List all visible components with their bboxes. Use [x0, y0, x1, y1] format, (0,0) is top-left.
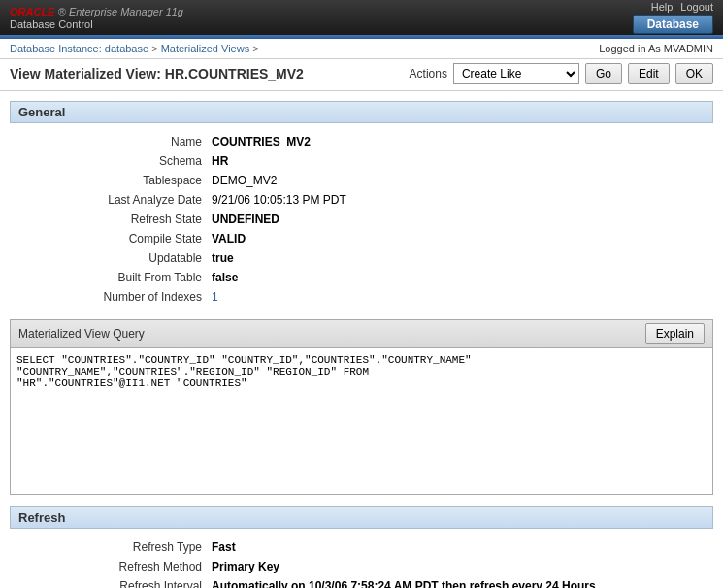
built-from-value: false	[208, 269, 711, 286]
breadcrumb-db-instance[interactable]: Database Instance: database	[10, 43, 148, 54]
schema-row: Schema HR	[12, 152, 711, 170]
actions-bar: Actions Create Like Go Edit OK	[410, 63, 713, 84]
query-header-label: Materialized View Query	[18, 327, 145, 341]
refresh-state-row: Refresh State UNDEFINED	[12, 211, 711, 228]
logo-area: ORACLE ® Enterprise Manager 11g Database…	[10, 5, 183, 30]
refresh-section-header: Refresh	[10, 506, 713, 529]
header-right: Help Logout Database	[633, 1, 713, 34]
query-section: Materialized View Query Explain SELECT "…	[10, 319, 713, 495]
refresh-method-label: Refresh Method	[12, 558, 206, 575]
header: ORACLE ® Enterprise Manager 11g Database…	[0, 0, 723, 35]
actions-label: Actions	[410, 67, 447, 81]
general-section-header: General	[10, 101, 713, 123]
refresh-interval-label: Refresh Interval	[12, 577, 206, 588]
logged-in-text: Logged in As MVADMIN	[599, 43, 713, 54]
general-properties: Name COUNTRIES_MV2 Schema HR Tablespace …	[10, 131, 713, 308]
breadcrumb-bar: Database Instance: database > Materializ…	[0, 39, 723, 59]
refresh-type-label: Refresh Type	[12, 539, 206, 556]
num-indexes-value: 1	[208, 288, 711, 306]
updatable-row: Updatable true	[12, 249, 711, 267]
compile-state-label: Compile State	[12, 230, 206, 247]
refresh-type-value: Fast	[208, 539, 711, 556]
breadcrumb-sep2: >	[252, 43, 258, 54]
actions-select[interactable]: Create Like	[453, 63, 579, 84]
page-title-bar: View Materialized View: HR.COUNTRIES_MV2…	[0, 59, 723, 91]
name-value: COUNTRIES_MV2	[208, 133, 711, 150]
query-textarea[interactable]: SELECT "COUNTRIES"."COUNTRY_ID" "COUNTRY…	[11, 348, 712, 494]
num-indexes-label: Number of Indexes	[12, 288, 206, 306]
last-analyze-label: Last Analyze Date	[12, 191, 206, 209]
tablespace-label: Tablespace	[12, 172, 206, 189]
breadcrumb-sep1: >	[151, 43, 160, 54]
oracle-logo: ORACLE ® Enterprise Manager 11g Database…	[10, 5, 183, 30]
main-content: General Name COUNTRIES_MV2 Schema HR Tab…	[0, 91, 723, 588]
breadcrumb: Database Instance: database > Materializ…	[10, 43, 259, 54]
help-link[interactable]: Help	[651, 1, 674, 13]
refresh-interval-value: Automatically on 10/3/06 7:58:24 AM PDT …	[208, 577, 711, 588]
schema-value: HR	[208, 152, 711, 170]
refresh-state-value: UNDEFINED	[208, 211, 711, 228]
compile-state-value: VALID	[208, 230, 711, 247]
num-indexes-row: Number of Indexes 1	[12, 288, 711, 306]
refresh-properties: Refresh Type Fast Refresh Method Primary…	[10, 537, 713, 588]
edit-button[interactable]: Edit	[628, 63, 670, 84]
database-button[interactable]: Database	[633, 15, 713, 34]
updatable-label: Updatable	[12, 249, 206, 267]
num-indexes-link[interactable]: 1	[212, 290, 218, 304]
built-from-label: Built From Table	[12, 269, 206, 286]
oracle-text: ORACLE	[10, 6, 54, 17]
last-analyze-value: 9/21/06 10:05:13 PM PDT	[208, 191, 711, 209]
go-button[interactable]: Go	[585, 63, 622, 84]
db-control-text: Database Control	[10, 18, 183, 30]
explain-button[interactable]: Explain	[645, 323, 705, 344]
updatable-value: true	[208, 249, 711, 267]
tablespace-row: Tablespace DEMO_MV2	[12, 172, 711, 189]
compile-state-row: Compile State VALID	[12, 230, 711, 247]
refresh-method-value: Primary Key	[208, 558, 711, 575]
query-header: Materialized View Query Explain	[11, 320, 712, 348]
page-title: View Materialized View: HR.COUNTRIES_MV2	[10, 66, 304, 82]
refresh-method-row: Refresh Method Primary Key	[12, 558, 711, 575]
em-text: ® Enterprise Manager 11g	[58, 6, 183, 17]
tablespace-value: DEMO_MV2	[208, 172, 711, 189]
logout-link[interactable]: Logout	[680, 1, 713, 13]
refresh-state-label: Refresh State	[12, 211, 206, 228]
refresh-interval-row: Refresh Interval Automatically on 10/3/0…	[12, 577, 711, 588]
last-analyze-row: Last Analyze Date 9/21/06 10:05:13 PM PD…	[12, 191, 711, 209]
header-links: Help Logout	[651, 1, 713, 13]
built-from-row: Built From Table false	[12, 269, 711, 286]
name-label: Name	[12, 133, 206, 150]
name-row: Name COUNTRIES_MV2	[12, 133, 711, 150]
ok-button[interactable]: OK	[675, 63, 713, 84]
breadcrumb-materialized-views[interactable]: Materialized Views	[161, 43, 250, 54]
schema-label: Schema	[12, 152, 206, 170]
refresh-type-row: Refresh Type Fast	[12, 539, 711, 556]
